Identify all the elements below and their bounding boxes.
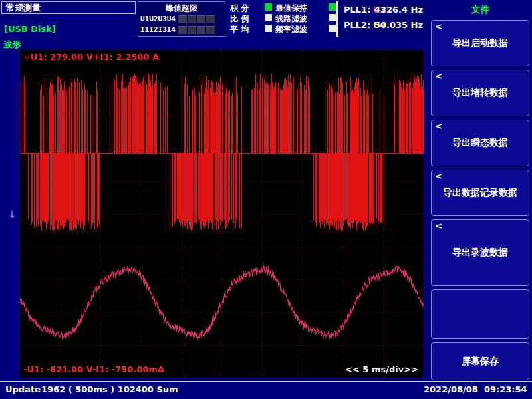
left-arrow-icon: <	[435, 71, 442, 81]
left-arrow-icon: <	[435, 171, 442, 181]
pll-panel: PLL1: U1 4326.4 Hz PLL2: U4 50.035 Hz	[336, 1, 426, 37]
button-label: 屏幕保存	[462, 356, 499, 368]
mode-title: 常规测量	[6, 3, 41, 13]
timebase-readout: << 5 ms/div>>	[345, 364, 418, 374]
empty-menu-slot	[431, 289, 529, 339]
pll2-frequency: 50.035 Hz	[374, 20, 423, 30]
current-ch1-indicator	[178, 26, 187, 34]
pll1-label: PLL1:	[344, 5, 370, 15]
flag-row-3: 平 均 频率滤波	[230, 24, 343, 33]
screen-save-button[interactable]: 屏幕保存	[431, 342, 529, 380]
line-filter-label: 线路滤波	[275, 13, 307, 25]
max-hold-indicator	[329, 3, 336, 11]
current-channels-label: I1I2I3I4	[140, 25, 178, 34]
peak-row-current: I1I2I3I4	[140, 25, 215, 34]
status-separator	[0, 381, 532, 382]
voltage-ch1-indicator	[178, 15, 187, 23]
line-filter-indicator	[329, 14, 336, 21]
button-label: 导出启动数据	[452, 37, 508, 49]
left-arrow-icon: <	[435, 121, 442, 131]
button-label: 导出瞬态数据	[452, 137, 508, 149]
averaging-flag-label: 平 均	[230, 24, 249, 35]
waveform-canvas	[20, 50, 424, 378]
frequency-filter-label: 频率滤波	[275, 24, 307, 35]
left-arrow-icon: <	[435, 221, 442, 231]
voltage-ch3-indicator	[197, 15, 205, 23]
integration-flag-label: 积 分	[230, 3, 249, 14]
usb-status: [USB Disk]	[4, 24, 56, 34]
peak-over-limit-title: 峰值超限	[138, 3, 225, 14]
max-hold-label: 最值保持	[275, 3, 307, 14]
export-data-log-button[interactable]: < 导出数据记录数据	[431, 170, 529, 216]
current-ch4-indicator	[206, 26, 215, 34]
datetime-display: 2022/08/08 09:23:54	[424, 384, 527, 394]
export-transient-data-button[interactable]: < 导出瞬态数据	[431, 120, 529, 166]
button-label: 导出堵转数据	[452, 87, 508, 99]
level-marker-arrow-icon: ↓	[8, 209, 17, 221]
power-analyzer-screen: 常规测量 [USB Disk] 峰值超限 U1U2U3U4 I1I2I3I4 积…	[0, 0, 532, 399]
waveform-view-label: 波形	[3, 39, 21, 51]
voltage-channels-label: U1U2U3U4	[140, 15, 178, 23]
lower-scale-readout: -U1: -621.00 V-I1: -750.00mA	[23, 364, 164, 374]
integration-flag-indicator	[265, 3, 272, 11]
button-label: 导出数据记录数据	[443, 187, 517, 199]
pll2-row: PLL2: U4 50.035 Hz	[344, 20, 423, 31]
waveform-display: +U1: 279.00 V+I1: 2.2500 A -U1: -621.00 …	[20, 50, 424, 378]
flag-row-1: 积 分 最值保持	[230, 3, 343, 12]
file-menu-title: 文件	[429, 4, 532, 16]
sample-counter: 1962 ( 500ms ) 102400 Sum	[41, 384, 178, 394]
export-stall-data-button[interactable]: < 导出堵转数据	[431, 70, 529, 116]
upper-scale-readout: +U1: 279.00 V+I1: 2.2500 A	[23, 52, 159, 62]
voltage-ch2-indicator	[188, 15, 196, 23]
peak-over-limit-panel: 峰值超限 U1U2U3U4 I1I2I3I4	[138, 1, 225, 37]
status-bar: Update 1962 ( 500ms ) 102400 Sum 2022/08…	[0, 384, 532, 398]
flag-row-2: 比 例 线路滤波	[230, 13, 343, 23]
export-waveform-record-button[interactable]: < 导出录波数据	[431, 219, 529, 286]
current-ch3-indicator	[197, 26, 205, 34]
mode-title-panel: 常规测量	[1, 1, 136, 14]
pll1-row: PLL1: U1 4326.4 Hz	[344, 5, 423, 15]
button-label: 导出录波数据	[452, 247, 508, 259]
frequency-filter-indicator	[329, 25, 336, 32]
left-arrow-icon: <	[435, 21, 442, 31]
voltage-ch4-indicator	[206, 15, 215, 23]
scaling-flag-label: 比 例	[230, 13, 249, 25]
peak-row-voltage: U1U2U3U4	[140, 15, 215, 23]
pll1-frequency: 4326.4 Hz	[374, 5, 423, 15]
current-ch2-indicator	[188, 26, 196, 34]
scaling-flag-indicator	[265, 14, 272, 21]
export-start-data-button[interactable]: < 导出启动数据	[431, 20, 529, 66]
pll2-label: PLL2:	[344, 20, 370, 30]
averaging-flag-indicator	[265, 25, 272, 32]
update-label: Update	[5, 384, 41, 394]
